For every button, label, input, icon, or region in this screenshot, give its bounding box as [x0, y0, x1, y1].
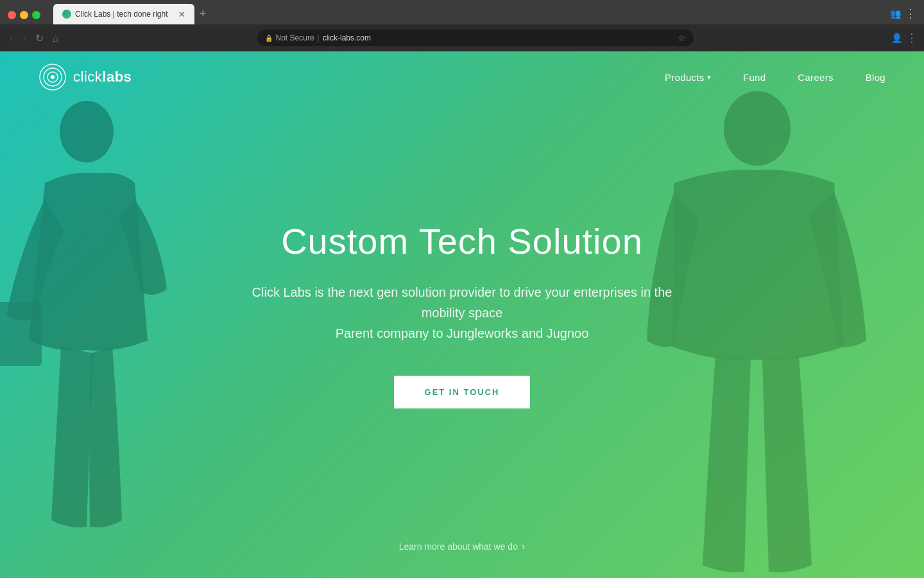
minimize-button[interactable]: [20, 11, 28, 19]
new-tab-button[interactable]: +: [194, 7, 212, 24]
home-button[interactable]: ⌂: [49, 30, 62, 46]
back-button[interactable]: ‹: [6, 29, 17, 48]
hero-subtitle-line2: Parent company to Jungleworks and Jugnoo: [336, 326, 589, 340]
browser-menu-area: 👥 ⋮: [882, 6, 924, 24]
browser-tab[interactable]: Click Labs | tech done right ✕: [53, 4, 194, 24]
toolbar-right-icons: 👤 ⋮: [891, 31, 918, 45]
security-label: Not Secure: [276, 33, 314, 42]
maximize-button[interactable]: [32, 11, 40, 19]
forward-button[interactable]: ›: [19, 29, 30, 48]
learn-more-label: Learn more about what we do: [399, 541, 518, 552]
security-lock-icon: 🔒: [265, 35, 273, 42]
hero-subtitle: Click Labs is the next gen solution prov…: [237, 282, 687, 344]
url-domain: click-labs.com: [323, 33, 371, 42]
profile-icon[interactable]: 👤: [891, 33, 902, 43]
learn-more-link[interactable]: Learn more about what we do ›: [399, 541, 526, 552]
learn-more-arrow-icon: ›: [522, 541, 525, 552]
url-separator: |: [318, 33, 320, 42]
get-in-touch-button[interactable]: GET IN TOUCH: [394, 376, 531, 408]
tab-title: Click Labs | tech done right: [75, 10, 168, 19]
extensions-icon[interactable]: 👥: [890, 8, 901, 19]
tab-close-icon[interactable]: ✕: [178, 10, 185, 19]
tab-favicon: [62, 10, 71, 19]
close-button[interactable]: [8, 11, 16, 19]
address-bar[interactable]: 🔒 Not Secure | click-labs.com ☆: [257, 30, 694, 46]
more-options-icon[interactable]: ⋮: [906, 31, 918, 45]
hero-content: Custom Tech Solution Click Labs is the n…: [0, 51, 924, 578]
browser-menu-icon[interactable]: ⋮: [905, 6, 916, 21]
website-content: clicklabs Products ▾ Fund Careers Blog C…: [0, 51, 924, 578]
bookmark-star-icon[interactable]: ☆: [678, 33, 686, 43]
hero-title: Custom Tech Solution: [281, 221, 643, 262]
cta-label: GET IN TOUCH: [425, 387, 500, 397]
traffic-lights: [0, 11, 48, 24]
reload-button[interactable]: ↻: [32, 30, 47, 47]
hero-subtitle-line1: Click Labs is the next gen solution prov…: [252, 285, 672, 320]
